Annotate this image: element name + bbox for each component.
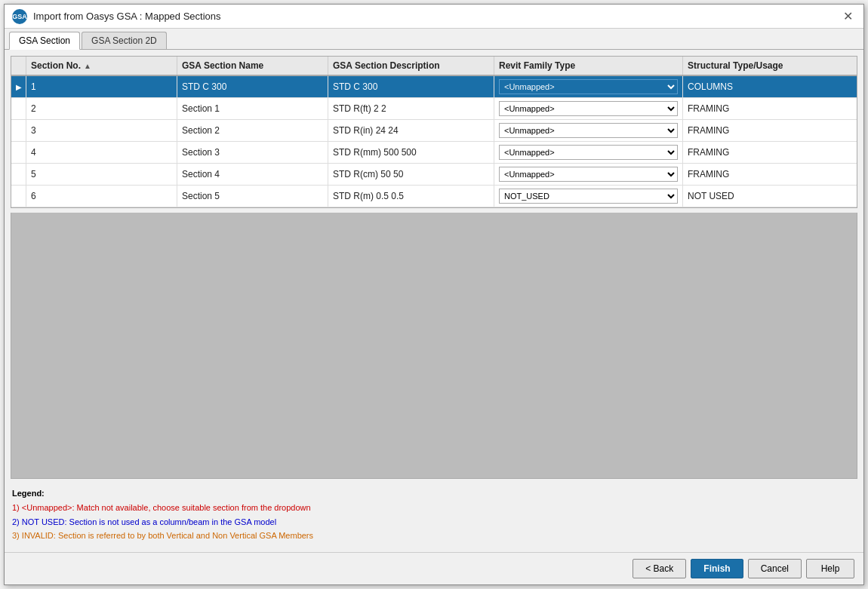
col-gsa-name: GSA Section Name	[177, 57, 328, 75]
cell-revit-family[interactable]: NOT_USED	[494, 186, 683, 207]
cell-revit-family[interactable]: <Unmapped>	[494, 98, 683, 119]
revit-family-dropdown[interactable]: <Unmapped>	[499, 123, 678, 138]
empty-table-area	[11, 213, 857, 479]
table-row[interactable]: 6Section 5STD R(m) 0.5 0.5NOT_USEDNOT US…	[11, 186, 857, 207]
revit-family-dropdown[interactable]: <Unmapped>	[499, 79, 678, 94]
cell-gsa-name: Section 1	[177, 98, 328, 119]
row-indicator	[11, 186, 26, 207]
cell-section-no: 1	[26, 76, 177, 97]
cell-gsa-desc: STD R(ft) 2 2	[328, 98, 494, 119]
cell-structural-type: FRAMING	[683, 98, 834, 119]
cell-structural-type: FRAMING	[683, 164, 834, 185]
sort-arrow-icon: ▲	[84, 62, 91, 70]
cell-structural-type: NOT USED	[683, 186, 834, 207]
col-section-no: Section No. ▲	[26, 57, 177, 75]
sections-table: Section No. ▲ GSA Section Name GSA Secti…	[11, 56, 857, 208]
legend-item-3: 3) INVALID: Section is referred to by bo…	[12, 529, 856, 543]
legend-item-1: 1) <Unmapped>: Match not available, choo…	[12, 501, 856, 515]
finish-button[interactable]: Finish	[691, 559, 743, 578]
title-bar-left: GSA Import from Oasys GSA : Mapped Secti…	[12, 9, 221, 24]
table-row[interactable]: 4Section 3STD R(mm) 500 500<Unmapped>FRA…	[11, 142, 857, 164]
row-indicator	[11, 164, 26, 185]
cell-section-no: 6	[26, 186, 177, 207]
cell-gsa-desc: STD R(in) 24 24	[328, 120, 494, 141]
legend-item-2: 2) NOT USED: Section is not used as a co…	[12, 515, 856, 529]
tabs-container: GSA Section GSA Section 2D	[5, 29, 863, 50]
cell-gsa-name: STD C 300	[177, 76, 328, 97]
revit-family-dropdown[interactable]: <Unmapped>	[499, 167, 678, 182]
table-row[interactable]: 3Section 2STD R(in) 24 24<Unmapped>FRAMI…	[11, 120, 857, 142]
row-indicator: ▶	[11, 76, 26, 97]
dialog-title: Import from Oasys GSA : Mapped Sections	[33, 11, 221, 22]
cell-section-no: 4	[26, 142, 177, 163]
tab-gsa-section-2d[interactable]: GSA Section 2D	[82, 32, 167, 49]
close-button[interactable]: ✕	[840, 9, 856, 24]
revit-family-dropdown[interactable]: <Unmapped>	[499, 101, 678, 116]
cell-gsa-desc: STD R(cm) 50 50	[328, 164, 494, 185]
title-bar: GSA Import from Oasys GSA : Mapped Secti…	[5, 5, 863, 29]
cell-gsa-name: Section 3	[177, 142, 328, 163]
cell-section-no: 2	[26, 98, 177, 119]
cell-structural-type: FRAMING	[683, 142, 834, 163]
cell-gsa-name: Section 2	[177, 120, 328, 141]
row-indicator	[11, 142, 26, 163]
cell-gsa-desc: STD C 300	[328, 76, 494, 97]
cell-gsa-name: Section 5	[177, 186, 328, 207]
content-area: Section No. ▲ GSA Section Name GSA Secti…	[5, 50, 863, 552]
dialog: GSA Import from Oasys GSA : Mapped Secti…	[4, 4, 864, 585]
cell-gsa-name: Section 4	[177, 164, 328, 185]
cell-revit-family[interactable]: <Unmapped>	[494, 164, 683, 185]
col-structural-type: Structural Type/Usage	[683, 57, 834, 75]
back-button[interactable]: < Back	[633, 559, 686, 578]
table-row[interactable]: 5Section 4STD R(cm) 50 50<Unmapped>FRAMI…	[11, 164, 857, 186]
col-gsa-desc: GSA Section Description	[328, 57, 494, 75]
col-indicator	[11, 57, 26, 75]
revit-family-dropdown[interactable]: NOT_USED	[499, 189, 678, 204]
footer: < Back Finish Cancel Help	[5, 552, 863, 584]
row-indicator	[11, 98, 26, 119]
table-row[interactable]: 2Section 1STD R(ft) 2 2<Unmapped>FRAMING	[11, 98, 857, 120]
cell-revit-family[interactable]: <Unmapped>	[494, 142, 683, 163]
table-body: ▶1STD C 300STD C 300<Unmapped>COLUMNS2Se…	[11, 76, 857, 207]
logo-text: GSA	[12, 13, 27, 20]
legend-title: Legend:	[12, 486, 856, 501]
cell-revit-family[interactable]: <Unmapped>	[494, 120, 683, 141]
tab-gsa-section[interactable]: GSA Section	[9, 32, 80, 50]
col-revit-family: Revit Family Type	[494, 57, 683, 75]
cell-revit-family[interactable]: <Unmapped>	[494, 76, 683, 97]
help-button[interactable]: Help	[806, 559, 854, 578]
app-logo: GSA	[12, 9, 27, 24]
cell-structural-type: COLUMNS	[683, 76, 834, 97]
cancel-button[interactable]: Cancel	[748, 559, 802, 578]
row-indicator	[11, 120, 26, 141]
revit-family-dropdown[interactable]: <Unmapped>	[499, 145, 678, 160]
cell-structural-type: FRAMING	[683, 120, 834, 141]
legend-area: Legend: 1) <Unmapped>: Match not availab…	[11, 483, 857, 546]
cell-gsa-desc: STD R(m) 0.5 0.5	[328, 186, 494, 207]
table-header: Section No. ▲ GSA Section Name GSA Secti…	[11, 57, 857, 76]
cell-section-no: 3	[26, 120, 177, 141]
cell-gsa-desc: STD R(mm) 500 500	[328, 142, 494, 163]
cell-section-no: 5	[26, 164, 177, 185]
table-row[interactable]: ▶1STD C 300STD C 300<Unmapped>COLUMNS	[11, 76, 857, 98]
